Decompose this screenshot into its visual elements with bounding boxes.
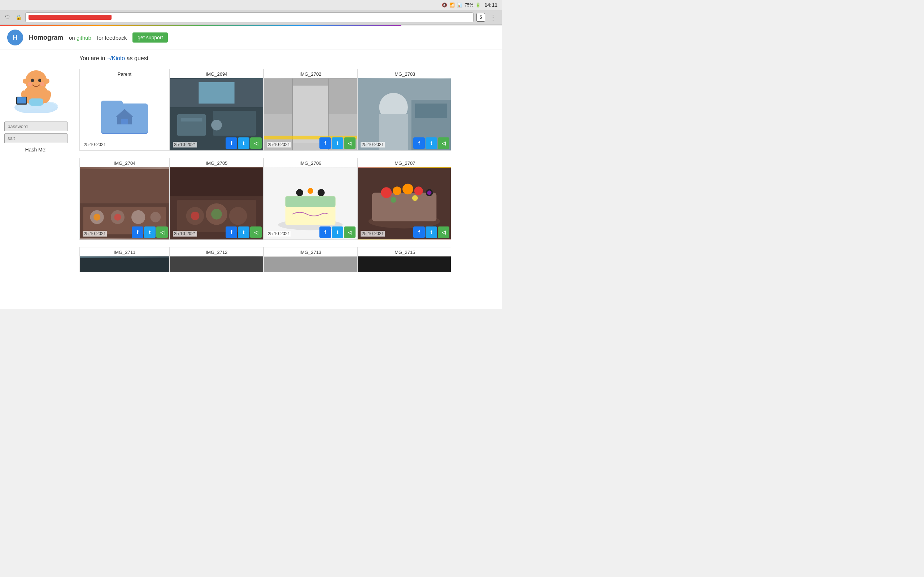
- support-button[interactable]: get support: [132, 32, 168, 43]
- photo-img2706-share: f t ◁: [320, 226, 355, 238]
- github-suffix: github: [76, 35, 91, 41]
- share-fb-btn[interactable]: f: [320, 137, 331, 149]
- svg-rect-70: [372, 193, 437, 221]
- breadcrumb-text: You are in: [79, 55, 107, 61]
- share-sh-btn[interactable]: ◁: [250, 137, 262, 149]
- photo-img2702[interactable]: IMG_2702 25-10-2021: [263, 69, 357, 151]
- svg-rect-22: [121, 119, 128, 124]
- lock-icon: 🔒: [15, 13, 23, 21]
- app-header: H Homogram on github for feedback get su…: [0, 26, 502, 49]
- browser-toolbar: 🛡 🔒 5 ⋮: [0, 10, 502, 25]
- svg-rect-43: [415, 103, 447, 118]
- svg-point-50: [150, 212, 161, 222]
- github-link[interactable]: on github: [69, 35, 91, 41]
- clock: 14:11: [485, 2, 498, 8]
- photo-img2702-title: IMG_2702: [264, 69, 357, 78]
- breadcrumb: You are in ~/Kioto as guest: [79, 55, 494, 62]
- svg-point-74: [414, 187, 423, 195]
- share-fb-btn[interactable]: f: [226, 137, 237, 149]
- svg-point-8: [31, 79, 34, 82]
- shield-icon: 🛡: [3, 13, 11, 21]
- password-input[interactable]: [4, 121, 68, 131]
- share-sh-btn[interactable]: ◁: [438, 226, 449, 238]
- photo-img2711-title: IMG_2711: [80, 247, 169, 256]
- photo-img2702-date: 25-10-2021: [267, 142, 291, 148]
- svg-point-13: [40, 82, 44, 86]
- svg-point-49: [131, 210, 145, 224]
- share-tw-btn[interactable]: t: [426, 137, 437, 149]
- share-tw-btn[interactable]: t: [332, 137, 343, 149]
- sidebar-avatar: [4, 55, 68, 114]
- salt-input[interactable]: [4, 134, 68, 143]
- photo-img2703-title: IMG_2703: [358, 69, 451, 78]
- share-sh-btn[interactable]: ◁: [156, 226, 168, 238]
- svg-text:H: H: [13, 34, 18, 41]
- folder-parent[interactable]: Parent 25-10-2021: [79, 69, 170, 151]
- photo-img2707-share: f t ◁: [413, 226, 449, 238]
- photo-img2712[interactable]: IMG_2712: [170, 247, 263, 272]
- photo-img2715[interactable]: IMG_2715: [357, 247, 451, 272]
- browser-menu-icon[interactable]: ⋮: [488, 13, 498, 22]
- share-sh-btn[interactable]: ◁: [250, 226, 262, 238]
- share-sh-btn[interactable]: ◁: [344, 226, 355, 238]
- svg-point-7: [25, 70, 47, 92]
- breadcrumb-suffix: as guest: [125, 55, 149, 61]
- wifi-icon: 📶: [449, 3, 455, 8]
- svg-point-76: [427, 190, 432, 195]
- photo-row-2: IMG_2704 25-10-2021: [79, 158, 494, 240]
- photo-img2711[interactable]: IMG_2711: [79, 247, 170, 272]
- share-tw-btn[interactable]: t: [426, 226, 437, 238]
- svg-point-71: [381, 187, 392, 198]
- photo-img2705[interactable]: IMG_2705 25-10-2021 f: [170, 158, 263, 240]
- photo-img2707[interactable]: IMG_2707: [357, 158, 451, 240]
- svg-point-66: [307, 188, 313, 193]
- photo-img2706-date: 25-10-2021: [267, 231, 291, 237]
- tab-count[interactable]: 5: [477, 13, 485, 22]
- hash-button[interactable]: Hash Me!: [4, 147, 68, 153]
- share-tw-btn[interactable]: t: [238, 137, 249, 149]
- svg-point-77: [391, 197, 396, 203]
- svg-rect-6: [29, 98, 43, 106]
- photo-img2694[interactable]: IMG_2694 25-10-2021: [170, 69, 263, 151]
- photo-img2703[interactable]: IMG_2703 25-10-2021 f t ◁: [357, 69, 451, 151]
- github-prefix: on: [69, 35, 75, 41]
- share-tw-btn[interactable]: t: [144, 226, 155, 238]
- status-bar: 🔇 📶 📊 75% 🔋 14:11: [0, 0, 502, 10]
- photo-img2706[interactable]: IMG_2706: [263, 158, 357, 240]
- photo-img2715-title: IMG_2715: [358, 247, 451, 256]
- svg-rect-79: [80, 258, 169, 272]
- svg-point-51: [94, 214, 100, 221]
- photo-img2711-thumb: [80, 256, 169, 272]
- folder-parent-date: 25-10-2021: [82, 142, 107, 148]
- photo-img2704-share: f t ◁: [132, 226, 168, 238]
- folder-icon: [99, 93, 150, 136]
- photo-img2713-title: IMG_2713: [264, 247, 357, 256]
- share-fb-btn[interactable]: f: [413, 137, 425, 149]
- photo-img2713[interactable]: IMG_2713: [263, 247, 357, 272]
- feedback-link[interactable]: for feedback: [97, 35, 127, 41]
- svg-point-12: [28, 82, 32, 86]
- share-fb-btn[interactable]: f: [320, 226, 331, 238]
- share-sh-btn[interactable]: ◁: [438, 137, 449, 149]
- photo-img2705-date: 25-10-2021: [173, 231, 197, 237]
- address-bar[interactable]: [25, 12, 473, 23]
- photo-img2715-thumb: [358, 256, 451, 272]
- share-sh-btn[interactable]: ◁: [344, 137, 355, 149]
- app-title: Homogram: [29, 34, 63, 42]
- svg-point-11: [44, 79, 50, 84]
- photo-img2704-title: IMG_2704: [80, 158, 169, 167]
- share-tw-btn[interactable]: t: [238, 226, 249, 238]
- share-tw-btn[interactable]: t: [332, 226, 343, 238]
- feedback-prefix: for: [97, 35, 103, 41]
- share-fb-btn[interactable]: f: [413, 226, 425, 238]
- photo-img2704[interactable]: IMG_2704 25-10-2021: [79, 158, 170, 240]
- url-redacted: [29, 15, 111, 20]
- photo-img2707-date: 25-10-2021: [360, 231, 385, 237]
- svg-rect-16: [17, 97, 26, 103]
- svg-point-9: [38, 79, 41, 82]
- share-fb-btn[interactable]: f: [132, 226, 143, 238]
- baby-illustration: [9, 55, 63, 113]
- share-fb-btn[interactable]: f: [226, 226, 237, 238]
- svg-rect-64: [286, 196, 336, 207]
- photo-img2712-title: IMG_2712: [170, 247, 263, 256]
